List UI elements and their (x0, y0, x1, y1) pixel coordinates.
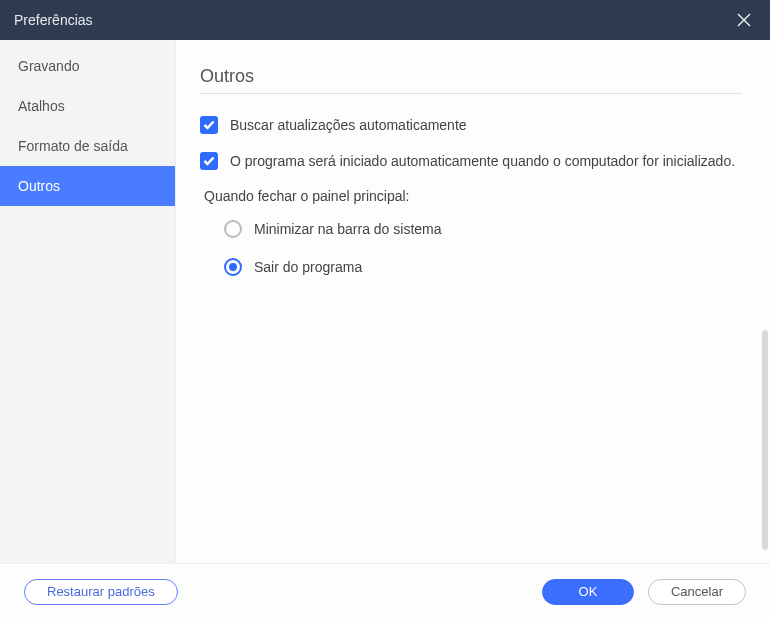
checkbox-row-autostart[interactable]: O programa será iniciado automaticamente… (200, 152, 742, 170)
radio-row-minimize[interactable]: Minimizar na barra do sistema (224, 220, 742, 238)
sidebar-item-atalhos[interactable]: Atalhos (0, 86, 175, 126)
checkbox-autostart[interactable] (200, 152, 218, 170)
cancel-button[interactable]: Cancelar (648, 579, 746, 605)
check-icon (203, 120, 215, 130)
section-title: Outros (200, 66, 742, 87)
checkbox-label: O programa será iniciado automaticamente… (230, 152, 735, 170)
check-icon (203, 156, 215, 166)
sidebar-item-label: Outros (18, 178, 60, 194)
sidebar-item-outros[interactable]: Outros (0, 166, 175, 206)
footer: Restaurar padrões OK Cancelar (0, 563, 770, 619)
restore-defaults-button[interactable]: Restaurar padrões (24, 579, 178, 605)
radio-label: Sair do programa (254, 259, 362, 275)
window-title: Preferências (14, 12, 93, 28)
button-label: Restaurar padrões (47, 584, 155, 599)
sidebar-item-label: Formato de saída (18, 138, 128, 154)
scrollbar-thumb[interactable] (762, 330, 768, 550)
body: Gravando Atalhos Formato de saída Outros… (0, 40, 770, 563)
checkbox-row-updates[interactable]: Buscar atualizações automaticamente (200, 116, 742, 134)
sidebar-item-label: Atalhos (18, 98, 65, 114)
close-icon (737, 13, 751, 27)
ok-button[interactable]: OK (542, 579, 634, 605)
radio-row-exit[interactable]: Sair do programa (224, 258, 742, 276)
divider (200, 93, 742, 94)
sidebar-item-label: Gravando (18, 58, 79, 74)
close-button[interactable] (732, 8, 756, 32)
sidebar-item-formato[interactable]: Formato de saída (0, 126, 175, 166)
sidebar-item-gravando[interactable]: Gravando (0, 46, 175, 86)
content-panel: Outros Buscar atualizações automaticamen… (176, 40, 770, 563)
radio-minimize[interactable] (224, 220, 242, 238)
titlebar: Preferências (0, 0, 770, 40)
sidebar: Gravando Atalhos Formato de saída Outros (0, 40, 176, 563)
checkbox-updates[interactable] (200, 116, 218, 134)
checkbox-label: Buscar atualizações automaticamente (230, 116, 467, 134)
close-panel-heading: Quando fechar o painel principal: (204, 188, 742, 204)
button-label: OK (579, 584, 598, 599)
radio-label: Minimizar na barra do sistema (254, 221, 442, 237)
button-label: Cancelar (671, 584, 723, 599)
radio-exit[interactable] (224, 258, 242, 276)
preferences-window: Preferências Gravando Atalhos Formato de… (0, 0, 770, 619)
